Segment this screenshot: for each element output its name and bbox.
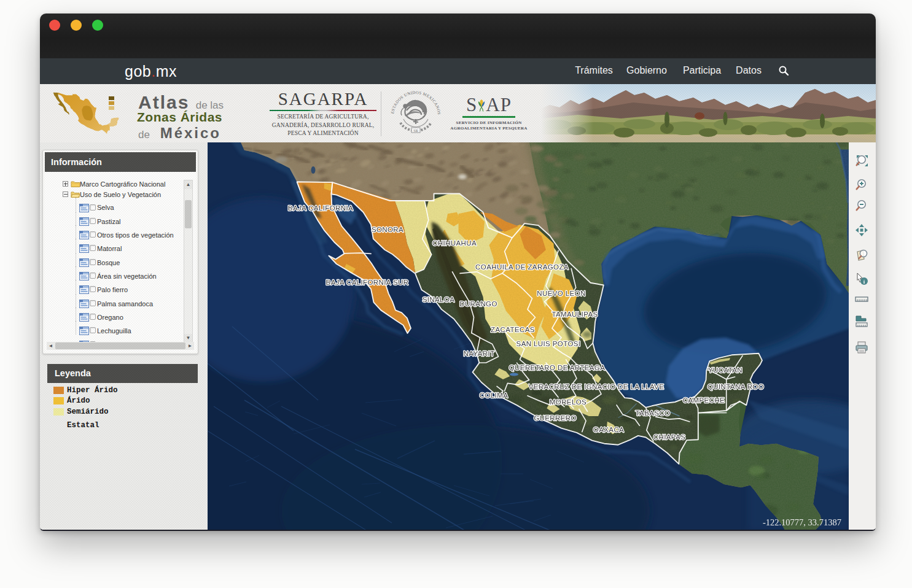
svg-text:TABASCO: TABASCO (636, 409, 671, 417)
svg-text:YUCATAN: YUCATAN (708, 366, 742, 374)
svg-text:DURANGO: DURANGO (459, 300, 497, 308)
svg-text:QUINTANA ROO: QUINTANA ROO (707, 383, 764, 390)
svg-text:NAYARIT: NAYARIT (464, 350, 495, 357)
svg-text:TAMAULIPAS: TAMAULIPAS (551, 311, 598, 318)
svg-text:CHIAPAS: CHIAPAS (653, 433, 685, 441)
svg-text:OAXACA: OAXACA (593, 426, 624, 433)
svg-text:QUERETARO DE ARTEAGA: QUERETARO DE ARTEAGA (509, 364, 605, 371)
svg-text:MORELOS: MORELOS (550, 398, 587, 406)
svg-text:NUEVO LEON: NUEVO LEON (537, 290, 585, 297)
svg-text:COAHUILA DE ZARAGOZA: COAHUILA DE ZARAGOZA (475, 263, 569, 271)
svg-text:GUERRERO: GUERRERO (534, 414, 577, 422)
svg-text:CAMPECHE: CAMPECHE (683, 397, 725, 404)
svg-text:SR: SR (413, 129, 418, 133)
svg-text:SINALOA: SINALOA (423, 296, 455, 303)
svg-text:CHIHUAHUA: CHIHUAHUA (432, 239, 477, 247)
svg-text:SONORA: SONORA (372, 226, 403, 233)
svg-text:BAJA CALIFORNIA: BAJA CALIFORNIA (288, 204, 353, 212)
svg-text:COLIMA: COLIMA (480, 392, 509, 399)
svg-text:VERACRUZ DE IGNACIO DE LA LLAV: VERACRUZ DE IGNACIO DE LA LLAVE (529, 383, 665, 390)
svg-text:ZACATECAS: ZACATECAS (491, 326, 535, 333)
svg-text:-122.10777, 33.71387: -122.10777, 33.71387 (763, 517, 841, 527)
svg-text:SAN LUIS POTOSI: SAN LUIS POTOSI (516, 340, 581, 347)
svg-text:BAJA CALIFORNIA SUR: BAJA CALIFORNIA SUR (326, 279, 409, 286)
